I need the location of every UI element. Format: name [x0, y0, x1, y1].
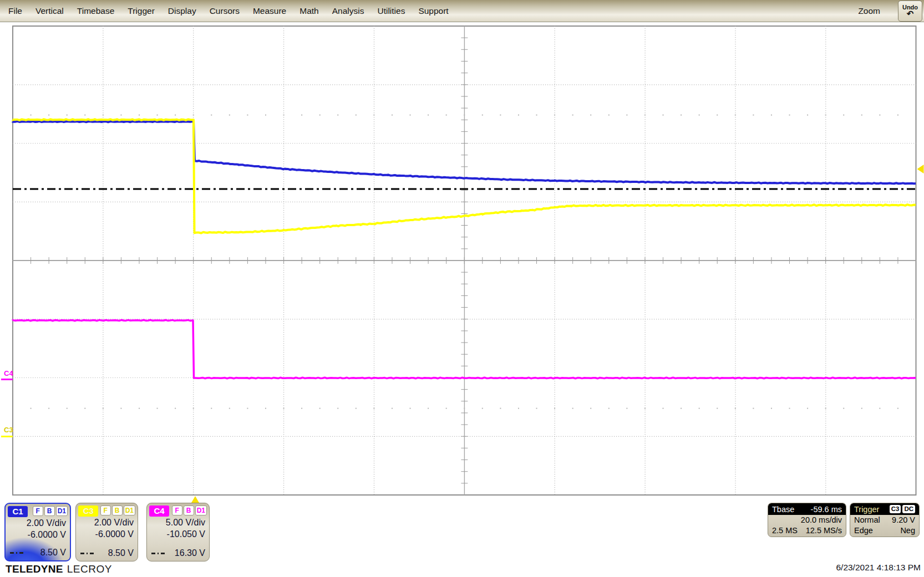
grid-minor-dot: [373, 408, 374, 409]
c3-zero-tick: [1, 436, 13, 437]
grid-minor-dot: [789, 115, 790, 116]
grid-minor-dot: [67, 408, 68, 409]
c1-cursor-style-icon: [10, 552, 24, 554]
grid-minor-dot: [644, 408, 646, 409]
grid-minor-dot: [626, 115, 627, 116]
grid-minor-dot: [500, 408, 501, 409]
channel-descriptor-c3[interactable]: C3 F B D1 2.00 V/div -6.0000 V 8.50 V: [75, 503, 138, 561]
trigger-coupling-badge[interactable]: DC: [902, 505, 915, 513]
grid-minor-dot: [482, 115, 483, 116]
grid-minor-dot: [897, 115, 898, 116]
grid-minor-dot: [211, 115, 212, 116]
timestamp: 6/23/2021 4:18:13 PM: [836, 563, 921, 573]
grid-minor-dot: [554, 115, 555, 116]
grid-minor-dot: [699, 115, 700, 116]
channel-descriptor-c4[interactable]: C4 F B D1 5.00 V/div -10.050 V 16.30 V: [146, 503, 210, 561]
c3-zero-level-marker[interactable]: C3: [4, 427, 13, 433]
c1-id-badge[interactable]: C1: [8, 506, 28, 517]
grid-minor-dot: [356, 408, 357, 409]
grid-minor-dot: [193, 408, 194, 409]
c3-cursor-readout: 8.50 V: [108, 548, 134, 558]
timebase-sample-rate: 12.5 MS/s: [806, 525, 842, 536]
c4-id-badge[interactable]: C4: [149, 505, 169, 517]
grid-minor-dot: [392, 115, 393, 116]
grid-minor-dot: [301, 115, 302, 116]
grid-minor-dot: [825, 115, 826, 116]
c1-header: C1 F B D1: [6, 504, 70, 517]
grid-minor-dot: [356, 115, 357, 116]
grid-minor-dot: [265, 115, 266, 116]
waveform-display[interactable]: [0, 0, 924, 577]
grid-minor-dot: [410, 115, 411, 116]
grid-minor-dot: [753, 115, 754, 116]
brand-teledyne: TELEDYNE: [6, 563, 63, 575]
c3-badge-b[interactable]: B: [112, 505, 123, 515]
trigger-level-marker[interactable]: [917, 165, 924, 173]
grid-minor-dot: [211, 408, 212, 409]
c4-zero-tick: [1, 379, 13, 380]
trigger-slope: Neg: [900, 525, 915, 536]
c3-header: C3 F B D1: [76, 503, 138, 517]
grid-minor-dot: [67, 115, 68, 116]
c3-vdiv-value: 2.00 V/div: [76, 517, 138, 528]
grid-minor-dot: [861, 115, 862, 116]
trigger-time-marker[interactable]: [191, 496, 199, 503]
grid-minor-dot: [825, 408, 826, 409]
grid-minor-dot: [608, 115, 610, 116]
grid-minor-dot: [446, 408, 447, 409]
grid-minor-dot: [500, 115, 501, 116]
timebase-descriptor[interactable]: Tbase -59.6 ms 20.0 ms/div 2.5 MS 12.5 M…: [768, 503, 846, 537]
grid-minor-dot: [229, 115, 230, 116]
trigger-source-badge[interactable]: C3: [890, 505, 901, 513]
grid-minor-dot: [446, 115, 447, 116]
c4-badge-f[interactable]: F: [172, 505, 182, 515]
grid-minor-dot: [518, 408, 519, 409]
grid-minor-dot: [843, 115, 844, 116]
brand-lecroy: LECROY: [67, 563, 112, 575]
grid-minor-dot: [428, 115, 429, 116]
grid-minor-dot: [590, 408, 591, 409]
c3-zero-label: C3: [4, 426, 13, 434]
c1-cursor-readout: 8.50 V: [40, 548, 66, 558]
c3-badge-d1[interactable]: D1: [124, 505, 135, 515]
c4-cursor-readout: 16.30 V: [175, 548, 205, 558]
c1-badge-b[interactable]: B: [44, 506, 55, 516]
c4-header: C4 F B D1: [147, 503, 209, 517]
grid-minor-dot: [373, 115, 374, 116]
c4-badge-d1[interactable]: D1: [195, 505, 207, 515]
c4-cursor-style-icon: [151, 553, 166, 554]
grid-minor-dot: [536, 408, 537, 409]
grid-minor-dot: [84, 408, 85, 409]
grid-minor-dot: [717, 115, 718, 116]
grid-minor-dot: [193, 115, 194, 116]
grid-minor-dot: [247, 408, 248, 409]
c3-badge-f[interactable]: F: [100, 505, 111, 515]
grid-minor-dot: [464, 408, 465, 409]
grid-minor-dot: [861, 408, 862, 409]
grid-minor-dot: [337, 115, 338, 116]
grid-minor-dot: [410, 408, 411, 409]
grid-minor-dot: [681, 408, 682, 409]
grid-minor-dot: [84, 115, 85, 116]
grid-minor-dot: [771, 408, 772, 409]
c4-badge-b[interactable]: B: [184, 505, 194, 515]
grid-minor-dot: [843, 408, 844, 409]
channel-descriptor-c1[interactable]: C1 F B D1 2.00 V/div -6.0000 V 8.50 V: [4, 503, 71, 561]
grid-minor-dot: [392, 408, 393, 409]
c4-zero-level-marker[interactable]: C4: [4, 370, 13, 377]
grid-minor-dot: [608, 408, 610, 409]
trigger-descriptor[interactable]: Trigger C3 DC Normal 9.20 V Edge Neg: [850, 503, 920, 537]
grid-minor-dot: [464, 115, 465, 116]
grid-minor-dot: [103, 115, 104, 116]
grid-minor-dot: [48, 408, 49, 409]
c4-vdiv-value: 5.00 V/div: [147, 517, 209, 528]
grid-minor-dot: [626, 408, 627, 409]
grid-minor-dot: [319, 408, 321, 409]
c1-badge-f[interactable]: F: [33, 506, 43, 516]
c1-badge-d1[interactable]: D1: [56, 506, 68, 516]
grid-minor-dot: [283, 115, 285, 116]
grid-minor-dot: [663, 115, 664, 116]
grid-minor-dot: [120, 408, 121, 409]
timebase-delay: -59.6 ms: [811, 505, 842, 514]
c3-id-badge[interactable]: C3: [78, 505, 98, 517]
